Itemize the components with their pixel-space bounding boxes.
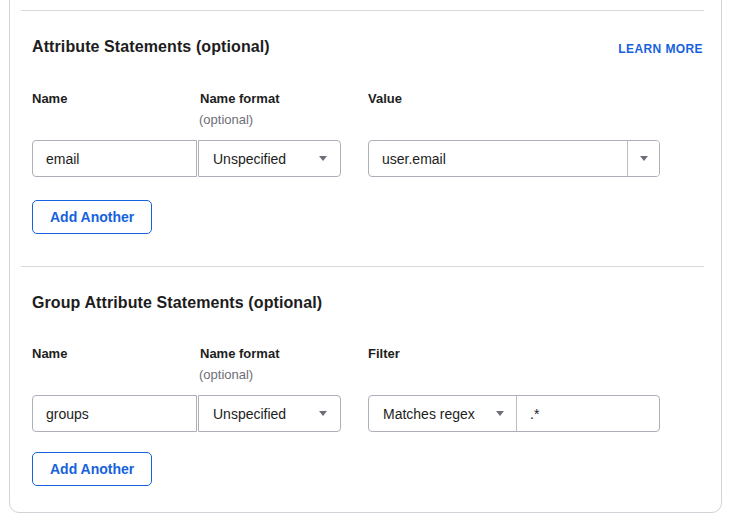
name-format-optional-note: (optional) bbox=[199, 112, 253, 127]
attribute-value-combo bbox=[368, 140, 660, 177]
attribute-name-input[interactable] bbox=[32, 140, 197, 177]
name-format-optional-note: (optional) bbox=[199, 367, 253, 382]
group-filter-value-input[interactable] bbox=[517, 396, 659, 431]
column-label-filter: Filter bbox=[368, 346, 400, 361]
column-label-name-format: Name format bbox=[200, 91, 279, 106]
group-filter-type-select[interactable]: Matches regex bbox=[369, 396, 516, 431]
group-attribute-statements-title: Group Attribute Statements (optional) bbox=[32, 294, 322, 312]
section-divider bbox=[21, 266, 704, 267]
add-another-group-attribute-button[interactable]: Add Another bbox=[32, 452, 152, 486]
chevron-down-icon bbox=[496, 411, 504, 416]
add-another-attribute-button[interactable]: Add Another bbox=[32, 200, 152, 234]
group-filter-combo: Matches regex bbox=[368, 395, 660, 432]
attribute-value-expand-button[interactable] bbox=[628, 141, 659, 176]
chevron-down-icon bbox=[319, 156, 327, 161]
group-attribute-name-input[interactable] bbox=[32, 395, 197, 432]
attribute-name-format-value: Unspecified bbox=[213, 151, 286, 167]
top-divider bbox=[21, 10, 704, 11]
column-label-name-format: Name format bbox=[200, 346, 279, 361]
settings-card bbox=[9, 0, 722, 513]
group-filter-type-value: Matches regex bbox=[383, 406, 475, 422]
chevron-down-icon bbox=[640, 156, 648, 161]
attribute-statements-title: Attribute Statements (optional) bbox=[32, 38, 270, 56]
chevron-down-icon bbox=[319, 411, 327, 416]
learn-more-link[interactable]: LEARN MORE bbox=[618, 42, 703, 56]
attribute-value-input[interactable] bbox=[369, 141, 627, 176]
attribute-name-format-select[interactable]: Unspecified bbox=[198, 140, 341, 177]
column-label-value: Value bbox=[368, 91, 402, 106]
column-label-name: Name bbox=[32, 346, 67, 361]
group-name-format-select[interactable]: Unspecified bbox=[198, 395, 341, 432]
group-name-format-value: Unspecified bbox=[213, 406, 286, 422]
column-label-name: Name bbox=[32, 91, 67, 106]
